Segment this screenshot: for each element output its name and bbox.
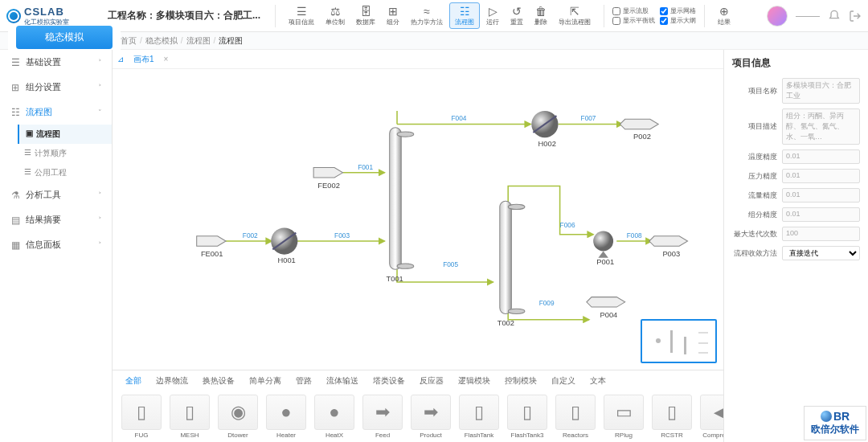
pal-tab-7[interactable]: 反应器 xyxy=(413,374,450,388)
info-row-1: 项目描述组分：丙酮、异丙醇、氢气、氮气、水、一氧… xyxy=(732,108,860,145)
result-button[interactable]: ⊕结果 xyxy=(713,3,735,28)
pal-tab-0[interactable]: 全部 xyxy=(119,374,148,388)
database-icon: 🗄 xyxy=(359,5,372,18)
unit-p001[interactable]: P001 xyxy=(593,231,614,267)
unit-h001[interactable]: H001 xyxy=(271,227,297,264)
pal-tab-4[interactable]: 管路 xyxy=(289,374,318,388)
info-value-6[interactable]: 100 xyxy=(782,227,860,241)
unit-t002[interactable]: T002 xyxy=(497,201,525,327)
info-row-3: 压力精度0.01 xyxy=(732,169,860,183)
unit-p002[interactable]: P002 xyxy=(620,119,658,141)
svg-point-23 xyxy=(508,309,525,313)
opt-show-balance[interactable]: 显示平衡线 xyxy=(612,16,655,25)
pal-item-Feed[interactable]: ➡Feed xyxy=(360,393,405,440)
user-avatar[interactable] xyxy=(767,6,788,27)
pal-item-RCSTR[interactable]: ▯RCSTR xyxy=(649,393,694,440)
watermark-globe-icon xyxy=(821,411,832,422)
submenu-flow[interactable]: ▣流程图 xyxy=(18,125,112,144)
pal-tab-2[interactable]: 换热设备 xyxy=(196,374,241,388)
svg-point-18 xyxy=(397,132,414,137)
pal-item-RPlug[interactable]: ▭RPlug xyxy=(601,393,646,440)
logo-text: CSLAB xyxy=(24,6,69,18)
close-tab-icon[interactable]: × xyxy=(164,55,169,63)
tb-delete[interactable]: 🗑删除 xyxy=(530,3,552,28)
unit-t001[interactable]: T001 xyxy=(387,128,414,283)
logo-icon xyxy=(6,9,21,23)
svg-text:FE002: FE002 xyxy=(317,182,340,190)
tb-export[interactable]: ⇱导出流程图 xyxy=(554,3,596,28)
opt-show-grid[interactable]: 显示网格 xyxy=(660,6,696,15)
menu-info[interactable]: ▦信息面板˃ xyxy=(0,232,112,257)
pal-tab-11[interactable]: 文本 xyxy=(583,374,612,388)
pal-item-HeatX[interactable]: ●HeatX xyxy=(312,393,357,440)
tb-proj-info[interactable]: ☰项目信息 xyxy=(284,3,319,28)
opt-show-outline[interactable]: 显示大纲 xyxy=(660,16,696,25)
menu-summary[interactable]: ▤结果摘要˃ xyxy=(0,207,112,232)
flow-icon: ▣ xyxy=(26,129,33,140)
unit-h002[interactable]: H002 xyxy=(531,111,558,148)
crumb-sim[interactable]: 稳态模拟 xyxy=(145,35,178,47)
tb-database[interactable]: 🗄数据库 xyxy=(351,3,380,28)
info-select-7[interactable]: 直接迭代 xyxy=(782,246,860,260)
info-value-2[interactable]: 0.01 xyxy=(782,149,860,164)
menu-analysis[interactable]: ⚗分析工具˃ xyxy=(0,182,112,207)
tb-run[interactable]: ▷运行 xyxy=(481,3,504,28)
utility-icon: ☰ xyxy=(24,167,31,178)
logout-icon[interactable] xyxy=(849,10,862,23)
pal-item-Reactors[interactable]: ▯Reactors xyxy=(553,393,598,440)
submenu-utility[interactable]: ☰公用工程 xyxy=(18,163,112,182)
tb-comp[interactable]: ⊞组分 xyxy=(382,3,404,28)
pal-item-Compressor[interactable]: ◀Compressor xyxy=(698,393,723,440)
info-value-1[interactable]: 组分：丙酮、异丙醇、氢气、氮气、水、一氧… xyxy=(782,108,860,145)
FlashTank3-icon: ▯ xyxy=(507,395,547,430)
pal-item-Dtower[interactable]: ◉Dtower xyxy=(215,393,260,440)
menu-basic[interactable]: ☰基础设置˃ xyxy=(0,50,112,75)
pal-item-FUG[interactable]: ▯FUG xyxy=(119,393,164,440)
crumb-home[interactable]: 首页 xyxy=(121,35,137,47)
pal-item-FlashTank3[interactable]: ▯FlashTank3 xyxy=(505,393,550,440)
info-value-5[interactable]: 0.01 xyxy=(782,207,860,222)
unit-fe002[interactable]: FE002 xyxy=(313,168,342,190)
crumb-current: 流程图 xyxy=(219,35,243,47)
unit-fe001[interactable]: FE001 xyxy=(197,236,226,258)
info-icon: ▦ xyxy=(10,239,21,251)
opt-show-streams[interactable]: 显示流股 xyxy=(612,6,655,15)
submenu-calc[interactable]: ☰计算顺序 xyxy=(18,144,112,163)
svg-rect-31 xyxy=(670,330,673,353)
pal-tab-8[interactable]: 逻辑模块 xyxy=(452,374,497,388)
thermo-icon: ≈ xyxy=(420,5,433,18)
pal-tab-1[interactable]: 边界物流 xyxy=(149,374,194,388)
unit-p003[interactable]: P003 xyxy=(649,236,688,258)
tb-thermo[interactable]: ≈热力学方法 xyxy=(406,3,448,28)
toolbar-buttons: ☰项目信息⚖单位制🗄数据库⊞组分≈热力学方法☷流程图▷运行↺重置🗑删除⇱导出流程… xyxy=(284,2,596,29)
tb-reset[interactable]: ↺重置 xyxy=(506,3,528,28)
menu-flowsheet[interactable]: ☷流程图˅ xyxy=(0,100,112,125)
menu-components[interactable]: ⊞组分设置˃ xyxy=(0,75,112,100)
unit-p004[interactable]: P004 xyxy=(587,297,625,319)
tb-flowsheet[interactable]: ☷流程图 xyxy=(449,2,480,29)
pal-tab-10[interactable]: 自定义 xyxy=(545,374,582,388)
info-value-3[interactable]: 0.01 xyxy=(782,169,860,183)
chevron-icon: ˃ xyxy=(98,216,102,224)
pal-item-FlashTank[interactable]: ▯FlashTank xyxy=(457,393,502,440)
canvas-tab[interactable]: 画布1 xyxy=(129,52,159,67)
crumb-flow[interactable]: 流程图 xyxy=(186,35,211,47)
info-value-0[interactable]: 多模块项目六：合肥工业 xyxy=(782,78,860,104)
pal-tab-9[interactable]: 控制模块 xyxy=(498,374,543,388)
pal-item-Product[interactable]: ➡Product xyxy=(408,393,453,440)
info-row-0: 项目名称多模块项目六：合肥工业 xyxy=(732,78,860,104)
info-value-4[interactable]: 0.01 xyxy=(782,188,860,203)
svg-text:P003: P003 xyxy=(662,250,680,258)
bell-icon[interactable] xyxy=(828,10,841,23)
pal-item-MESH[interactable]: ▯MESH xyxy=(167,393,212,440)
pal-tab-5[interactable]: 流体输送 xyxy=(320,374,365,388)
pal-tab-6[interactable]: 塔类设备 xyxy=(366,374,411,388)
flowsheet-canvas[interactable]: F002 F001 F003 F004 F007 F005 F006 F008 … xyxy=(113,69,723,370)
pal-tab-3[interactable]: 简单分离 xyxy=(243,374,288,388)
export-icon: ⇱ xyxy=(568,5,581,18)
simulate-button[interactable]: 稳态模拟 xyxy=(16,26,113,49)
pal-item-Heater[interactable]: ●Heater xyxy=(264,393,309,440)
minimap[interactable] xyxy=(641,319,717,363)
chevron-icon: ˅ xyxy=(98,108,102,117)
tb-unit[interactable]: ⚖单位制 xyxy=(321,3,350,28)
